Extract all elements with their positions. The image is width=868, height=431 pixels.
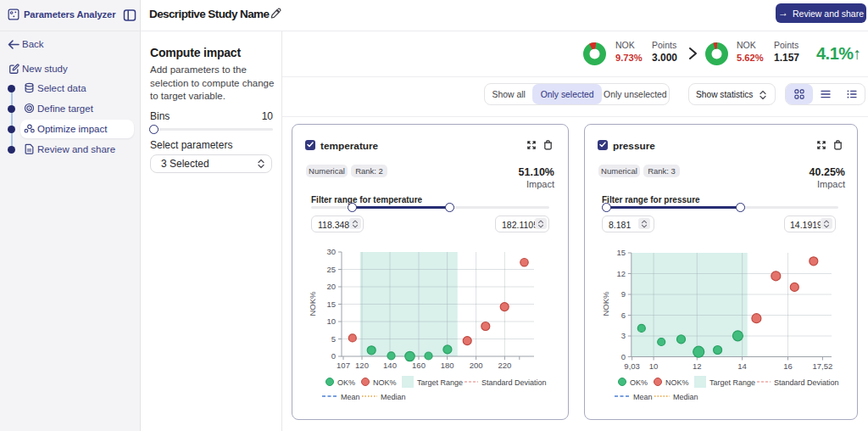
svg-text:Median: Median [381,393,406,401]
svg-text:12: 12 [616,269,626,278]
svg-text:3: 3 [621,331,626,340]
svg-text:NOK%: NOK% [373,378,397,387]
svg-text:10: 10 [326,316,336,326]
svg-text:15: 15 [326,299,336,309]
svg-text:20: 20 [326,282,336,291]
svg-text:OK%: OK% [630,378,648,387]
svg-text:220: 220 [498,361,511,370]
svg-text:6: 6 [621,311,626,320]
svg-text:Mean: Mean [633,393,653,401]
svg-text:Target Range: Target Range [709,378,755,387]
svg-text:140: 140 [383,361,397,370]
svg-text:180: 180 [441,361,454,370]
svg-text:16: 16 [783,361,793,371]
svg-text:120: 120 [355,361,369,370]
svg-text:12: 12 [693,361,702,371]
svg-text:NOK%: NOK% [601,291,610,316]
svg-text:15: 15 [616,248,626,257]
svg-text:NOK%: NOK% [308,291,317,316]
svg-text:17,52: 17,52 [813,361,833,371]
svg-text:0: 0 [621,352,626,361]
svg-text:200: 200 [470,361,483,370]
svg-text:0: 0 [331,351,336,361]
svg-text:107: 107 [337,361,350,370]
svg-text:Standard Deviation: Standard Deviation [774,378,839,387]
svg-text:Standard Deviation: Standard Deviation [481,378,547,387]
svg-text:9,03: 9,03 [624,361,640,371]
svg-text:Target Range: Target Range [417,378,463,387]
svg-text:25: 25 [326,265,336,274]
svg-text:30: 30 [326,247,336,256]
svg-text:Mean: Mean [341,393,360,401]
svg-text:9: 9 [621,289,626,299]
svg-text:14: 14 [737,361,747,371]
svg-text:Median: Median [673,393,698,401]
svg-text:160: 160 [412,361,426,370]
svg-text:NOK%: NOK% [665,378,689,387]
svg-text:5: 5 [331,334,336,344]
svg-text:OK%: OK% [337,378,355,387]
svg-text:10: 10 [649,361,659,371]
